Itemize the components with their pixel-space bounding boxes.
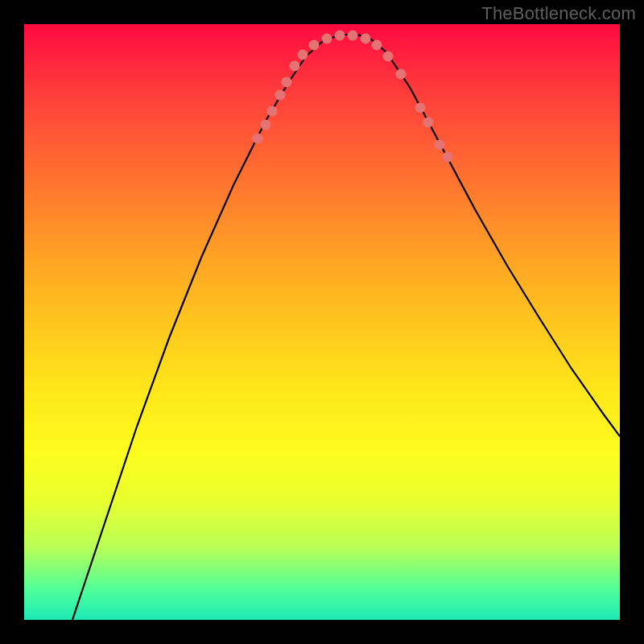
curve-dot — [348, 31, 358, 41]
curve-dot — [372, 40, 382, 51]
chart-frame — [24, 24, 620, 620]
curve-dot — [298, 50, 308, 60]
curve-dot — [253, 134, 263, 144]
bottleneck-curve-path — [72, 34, 620, 620]
watermark-text: TheBottleneck.com — [481, 3, 636, 24]
curve-dot — [267, 106, 278, 117]
curve-dot — [415, 103, 426, 114]
curve-dot — [396, 69, 407, 80]
curve-dot — [282, 77, 292, 88]
curve-dot — [443, 152, 453, 163]
bottleneck-chart — [24, 24, 620, 620]
curve-dot — [275, 90, 286, 101]
curve-dot — [290, 61, 300, 72]
curve-dot — [361, 34, 371, 44]
curve-dots-group — [253, 31, 453, 163]
curve-dot — [309, 40, 320, 51]
curve-dot — [423, 118, 434, 128]
curve-dot — [383, 52, 394, 62]
curve-dot — [261, 120, 271, 130]
curve-dot — [435, 140, 445, 151]
curve-dot — [335, 31, 345, 41]
curve-dot — [322, 34, 332, 44]
